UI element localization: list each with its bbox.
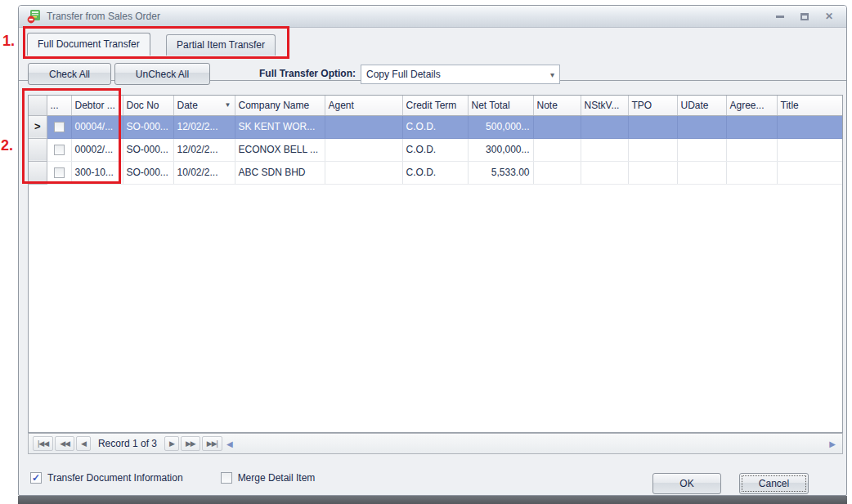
- record-count-label: Record 1 of 3: [98, 438, 157, 449]
- cell-company[interactable]: ECONOX BELL ...: [235, 138, 325, 161]
- minimize-icon: [776, 16, 784, 18]
- transfer-document-information-label: Transfer Document Information: [47, 472, 183, 484]
- cell-credit-term[interactable]: C.O.D.: [402, 138, 468, 161]
- column-header-date[interactable]: Date ▼: [173, 96, 235, 115]
- transfer-document-information-checkbox[interactable]: ✓: [30, 472, 42, 484]
- cell-udate[interactable]: [677, 115, 726, 138]
- cell-debtor[interactable]: 00004/...: [71, 115, 123, 138]
- column-header-agree[interactable]: Agree...: [726, 96, 777, 115]
- column-header-agent[interactable]: Agent: [325, 96, 402, 115]
- cell-title[interactable]: [777, 138, 842, 161]
- previous-record-button[interactable]: ◀: [76, 436, 91, 451]
- column-header-net-total[interactable]: Net Total: [468, 96, 533, 115]
- column-header-nstkv[interactable]: NStkV...: [581, 96, 628, 115]
- scroll-right-icon[interactable]: ▶: [826, 439, 839, 448]
- row-checkbox[interactable]: [54, 167, 65, 178]
- cell-title[interactable]: [777, 161, 842, 184]
- cell-net-total[interactable]: 500,000...: [468, 115, 533, 138]
- annotation-number-1: 1.: [2, 33, 15, 50]
- next-page-button[interactable]: ▶▶: [181, 436, 200, 451]
- column-header-indicator: [29, 96, 47, 115]
- cancel-button[interactable]: Cancel: [739, 473, 809, 494]
- grid-table: ... Debtor ... Doc No Date ▼ Company Nam…: [29, 96, 843, 185]
- column-header-udate[interactable]: UDate: [677, 96, 726, 115]
- window-controls: ✕: [776, 11, 838, 22]
- scroll-left-icon[interactable]: ◀: [223, 439, 236, 448]
- cell-agree[interactable]: [726, 138, 777, 161]
- screenshot-canvas: Transfer from Sales Order ✕ Full Documen…: [0, 0, 852, 504]
- tab-full-document-transfer[interactable]: Full Document Transfer: [27, 33, 150, 56]
- row-checkbox-cell[interactable]: [47, 161, 71, 184]
- column-header-company-name[interactable]: Company Name: [235, 96, 325, 115]
- column-header-doc-no[interactable]: Doc No: [123, 96, 173, 115]
- sort-descending-icon: ▼: [225, 101, 231, 109]
- cell-date[interactable]: 12/02/2...: [173, 138, 235, 161]
- cell-credit-term[interactable]: C.O.D.: [402, 161, 468, 184]
- maximize-button[interactable]: [800, 13, 809, 20]
- cell-agent[interactable]: [325, 115, 402, 138]
- cell-agent[interactable]: [325, 161, 402, 184]
- full-transfer-option-label: Full Transfer Option:: [223, 68, 356, 79]
- last-record-button[interactable]: ▶▶|: [202, 436, 222, 451]
- row-checkbox-cell[interactable]: [47, 138, 71, 161]
- column-header-tpo[interactable]: TPO: [628, 96, 677, 115]
- cell-note[interactable]: [533, 161, 581, 184]
- merge-detail-item-checkbox[interactable]: [221, 472, 232, 484]
- cell-debtor[interactable]: 300-10...: [71, 161, 123, 184]
- dropdown-arrow-icon: ▾: [550, 70, 554, 79]
- first-record-button[interactable]: |◀◀: [33, 436, 53, 451]
- cell-note[interactable]: [533, 115, 581, 138]
- cell-note[interactable]: [533, 138, 581, 161]
- column-header-credit-term[interactable]: Credit Term: [402, 96, 468, 115]
- next-record-button[interactable]: ▶: [164, 436, 179, 451]
- row-checkbox[interactable]: [54, 145, 65, 155]
- row-indicator-cell: [29, 161, 47, 184]
- cell-debtor[interactable]: 00002/...: [71, 138, 123, 161]
- column-header-debtor[interactable]: Debtor ...: [71, 96, 123, 115]
- column-header-note[interactable]: Note: [533, 96, 581, 115]
- cell-date[interactable]: 10/02/2...: [173, 161, 235, 184]
- close-button[interactable]: ✕: [825, 11, 833, 22]
- uncheck-all-button[interactable]: UnCheck All: [114, 63, 210, 85]
- cell-date[interactable]: 12/02/2...: [173, 115, 235, 138]
- cell-net-total[interactable]: 300,000...: [468, 138, 533, 161]
- row-indicator-cell: >: [29, 115, 47, 138]
- cell-agree[interactable]: [726, 115, 777, 138]
- cell-agent[interactable]: [325, 138, 402, 161]
- column-header-check[interactable]: ...: [47, 96, 71, 115]
- ok-button[interactable]: OK: [652, 473, 721, 494]
- transfer-from-sales-order-dialog: Transfer from Sales Order ✕ Full Documen…: [18, 5, 847, 496]
- close-icon: ✕: [825, 11, 833, 22]
- title-bar[interactable]: Transfer from Sales Order ✕: [19, 6, 846, 28]
- cell-udate[interactable]: [677, 138, 726, 161]
- check-all-button[interactable]: Check All: [28, 63, 111, 85]
- cell-doc-no[interactable]: SO-000...: [123, 138, 173, 161]
- annotation-number-2: 2.: [1, 137, 13, 154]
- cell-nstkv[interactable]: [581, 161, 628, 184]
- cell-nstkv[interactable]: [581, 115, 628, 138]
- full-transfer-option-select[interactable]: Copy Full Details ▾: [361, 65, 560, 84]
- row-checkbox-cell[interactable]: [47, 115, 71, 138]
- check-icon: ✓: [32, 473, 40, 483]
- cell-tpo[interactable]: [628, 138, 677, 161]
- cell-net-total[interactable]: 5,533.00: [468, 161, 533, 184]
- cell-agree[interactable]: [726, 161, 777, 184]
- row-checkbox[interactable]: [54, 122, 65, 132]
- cell-tpo[interactable]: [628, 161, 677, 184]
- cell-company[interactable]: SK KENT WOR...: [235, 115, 325, 138]
- cell-company[interactable]: ABC SDN BHD: [235, 161, 325, 184]
- cell-nstkv[interactable]: [581, 138, 628, 161]
- table-row[interactable]: 00002/... SO-000... 12/02/2... ECONOX BE…: [29, 138, 842, 161]
- cell-tpo[interactable]: [628, 115, 677, 138]
- table-row[interactable]: > 00004/... SO-000... 12/02/2... SK KENT…: [29, 115, 842, 138]
- tab-partial-item-transfer[interactable]: Partial Item Transfer: [166, 34, 276, 56]
- cell-credit-term[interactable]: C.O.D.: [402, 115, 468, 138]
- table-row[interactable]: 300-10... SO-000... 10/02/2... ABC SDN B…: [29, 161, 842, 184]
- cell-doc-no[interactable]: SO-000...: [123, 161, 173, 184]
- cell-doc-no[interactable]: SO-000...: [123, 115, 173, 138]
- column-header-title[interactable]: Title: [777, 96, 842, 115]
- minimize-button[interactable]: [776, 16, 784, 18]
- previous-page-button[interactable]: ◀◀: [55, 436, 74, 451]
- cell-udate[interactable]: [677, 161, 726, 184]
- cell-title[interactable]: [777, 115, 842, 138]
